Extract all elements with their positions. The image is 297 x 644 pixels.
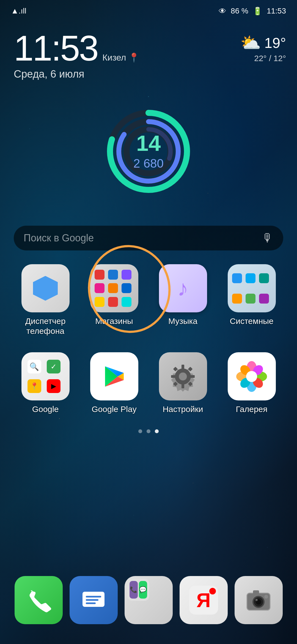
google-play-icon: [90, 352, 138, 400]
clock-date: Среда, 6 июля: [14, 68, 139, 80]
battery-percent: 86 %: [231, 7, 248, 15]
sys6: [259, 294, 269, 304]
wb-mini: [122, 270, 131, 280]
app-settings[interactable]: Настройки: [155, 352, 210, 414]
dock-yandex[interactable]: Я: [180, 576, 228, 624]
app-gallery[interactable]: Галерея: [224, 352, 279, 414]
weather-temp: 19°: [264, 35, 286, 51]
clock-time: 11:53: [14, 30, 98, 66]
shield-shape: [33, 276, 58, 301]
sys2: [246, 273, 255, 283]
app9-mini: [122, 297, 131, 307]
cam-top: [253, 590, 259, 594]
music-icon: ♪: [159, 264, 207, 312]
app8-mini: [108, 297, 118, 307]
page-dot-1[interactable]: [138, 429, 142, 433]
dock-comm[interactable]: 📞 💬: [125, 576, 173, 624]
system-icon: [228, 264, 276, 312]
clock-city: Кизел 📍: [100, 52, 139, 63]
g-search: 🔍: [28, 360, 41, 373]
dns-mini: [95, 270, 105, 280]
signal-area: ▲.ıll: [11, 7, 26, 15]
phone-shape: [29, 590, 51, 612]
messages-dock-icon: [70, 576, 118, 624]
sys1: [232, 273, 242, 283]
eye-icon: 👁: [219, 7, 226, 16]
activity-steps-main: 14: [133, 132, 164, 154]
svg-text:♪: ♪: [177, 276, 188, 301]
gear-inner: [179, 373, 187, 380]
search-bar[interactable]: Поиск в Google 🎙: [14, 226, 283, 250]
yandex-dock-icon: Я: [180, 576, 228, 624]
gallery-label: Галерея: [236, 404, 267, 414]
g-youtube: ▶: [47, 379, 61, 393]
activity-center: 14 2 680: [133, 132, 164, 170]
steam-mini: [108, 270, 118, 280]
system-label: Системные: [230, 316, 274, 326]
gallery-svg: [235, 360, 268, 393]
tooth-t: [182, 365, 184, 369]
weather-range: 22° / 12°: [240, 54, 286, 63]
cam-lens-shine: [255, 599, 258, 601]
cam-flash: [264, 595, 268, 599]
app-stores[interactable]: Магазины: [87, 264, 142, 336]
cam-svg: [245, 586, 272, 614]
gallery-icon: [228, 352, 276, 400]
tooth-l: [171, 375, 175, 378]
status-bar: ▲.ıll 👁 86 % 🔋 11:53: [0, 0, 297, 22]
activity-widget[interactable]: 14 2 680: [99, 102, 198, 201]
tooth-r: [190, 375, 195, 378]
stores-label: Магазины: [95, 316, 133, 326]
weather-widget: ⛅ 19° 22° / 12°: [240, 33, 286, 63]
app-music[interactable]: ♪ Музыка: [155, 264, 210, 336]
app-row-2: 🔍 ✓ 📍 ▶ Google: [0, 352, 297, 414]
sys4: [232, 294, 242, 304]
app-row-1: Диспетчертелефона Магазины: [0, 264, 297, 336]
phone-manager-label: Диспетчертелефона: [25, 316, 66, 336]
stores-icon: [90, 264, 138, 312]
clock-widget: 11:53 Кизел 📍 Среда, 6 июля: [14, 30, 139, 80]
sys5: [246, 294, 255, 304]
wildberries-mini: [95, 283, 105, 293]
phone-dock-icon: [15, 576, 63, 624]
google-play-label: Google Play: [92, 404, 136, 414]
sys3: [259, 273, 269, 283]
whatsapp-mini: 💬: [139, 581, 147, 599]
page-dot-2[interactable]: [147, 429, 150, 433]
app5-mini: [108, 283, 118, 293]
activity-steps-sub: 2 680: [133, 157, 164, 170]
gear-svg: [168, 361, 198, 392]
app-system[interactable]: Системные: [224, 264, 279, 336]
yandex-mini: [95, 297, 105, 307]
music-note-svg: ♪: [168, 273, 198, 304]
svg-text:Я: Я: [196, 589, 211, 611]
phone-svg: [25, 586, 52, 614]
g-maps: 📍: [28, 379, 41, 393]
play-svg: [99, 361, 129, 392]
google-icon: 🔍 ✓ 📍 ▶: [21, 352, 70, 400]
mic-icon[interactable]: 🎙: [262, 231, 273, 245]
app-google[interactable]: 🔍 ✓ 📍 ▶ Google: [18, 352, 73, 414]
weather-icon: ⛅: [240, 33, 261, 53]
page-dot-3[interactable]: [155, 429, 159, 433]
comm-dock-icon: 📞 💬: [125, 576, 173, 624]
camera-dock-icon: [235, 576, 283, 624]
app-phone-manager[interactable]: Диспетчертелефона: [18, 264, 73, 336]
battery-icon: 🔋: [253, 7, 262, 16]
dock-messages[interactable]: [70, 576, 118, 624]
yandex-dot: [209, 588, 216, 594]
msg-svg: [80, 586, 107, 614]
settings-label: Настройки: [163, 404, 203, 414]
dock-phone[interactable]: [15, 576, 63, 624]
dock-camera[interactable]: [235, 576, 283, 624]
yandex-svg: Я: [189, 586, 218, 615]
app-google-play[interactable]: Google Play: [87, 352, 142, 414]
viber-mini: 📞: [130, 581, 138, 599]
ozon-mini: [122, 283, 131, 293]
tooth-b: [182, 384, 184, 388]
gallery-white-center: [246, 371, 257, 382]
signal-indicator: ▲.ıll: [11, 7, 26, 15]
phone-manager-icon: [21, 264, 70, 312]
search-placeholder: Поиск в Google: [24, 232, 262, 244]
status-time: 11:53: [267, 7, 286, 15]
